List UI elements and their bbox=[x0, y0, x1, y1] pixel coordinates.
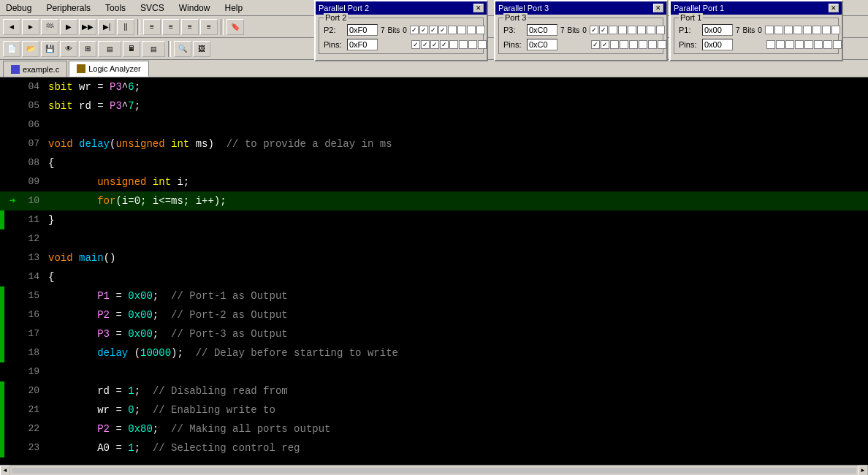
pp1-cb-4[interactable] bbox=[793, 26, 802, 34]
pp2-pins-cb-1[interactable] bbox=[468, 40, 477, 49]
menu-peripherals[interactable]: Peripherals bbox=[43, 1, 94, 15]
tb-align3-btn[interactable]: ≡ bbox=[181, 19, 199, 35]
pp2-cb-1[interactable] bbox=[467, 26, 476, 34]
tb-flag-btn[interactable]: 🏁 bbox=[41, 19, 58, 35]
pp1-pins-cb-4[interactable] bbox=[795, 40, 804, 49]
pp1-pins-input[interactable] bbox=[702, 39, 733, 50]
tb2-open-btn[interactable]: 📂 bbox=[22, 41, 39, 57]
pp1-pins-cb-6[interactable] bbox=[776, 40, 785, 49]
pp3-pins-cb-7[interactable] bbox=[591, 40, 600, 49]
pp3-cb-1[interactable] bbox=[647, 26, 655, 34]
pp1-cb-5[interactable] bbox=[784, 26, 793, 34]
pp1-group: Port 1 P1: 7 Bits 0 bbox=[674, 18, 839, 54]
pp2-pins-cb-4[interactable] bbox=[440, 40, 449, 49]
tb2-grid-btn[interactable]: ⊞ bbox=[79, 41, 96, 57]
pp3-pins-cb-1[interactable] bbox=[648, 40, 657, 49]
pp1-pins-cb-5[interactable] bbox=[785, 40, 794, 49]
menu-svcs[interactable]: SVCS bbox=[137, 1, 167, 15]
pp2-cb-6[interactable] bbox=[419, 26, 428, 34]
pp2-pins-cb-5[interactable] bbox=[430, 40, 439, 49]
menu-tools[interactable]: Tools bbox=[102, 1, 129, 15]
pp3-pins-cb-3[interactable] bbox=[629, 40, 638, 49]
tab-logic-analyzer-icon bbox=[77, 64, 85, 73]
tb-fwd-btn[interactable]: ► bbox=[22, 19, 39, 35]
code-line-10: ➜ 10 for(i=0; i<=ms; i++); bbox=[0, 191, 868, 210]
menu-help[interactable]: Help bbox=[221, 1, 245, 15]
pp3-port-input[interactable] bbox=[527, 24, 557, 36]
pp2-pins-cb-2[interactable] bbox=[459, 40, 468, 49]
pp2-cb-3[interactable] bbox=[448, 26, 457, 34]
tb2-calc-btn[interactable]: 🖩 bbox=[123, 41, 140, 57]
pp1-port-input[interactable] bbox=[702, 24, 733, 36]
tb-run2-btn[interactable]: ▶▶ bbox=[79, 19, 96, 35]
pp3-pins-cb-4[interactable] bbox=[620, 40, 628, 49]
pp3-cb-0[interactable] bbox=[656, 26, 665, 34]
tb2-wide2-btn[interactable]: ▤ bbox=[142, 41, 165, 57]
tb2-save-btn[interactable]: 💾 bbox=[41, 41, 58, 57]
pp2-pins-cb-6[interactable] bbox=[421, 40, 430, 49]
menu-debug[interactable]: Debug bbox=[3, 1, 34, 15]
pp3-cb-5[interactable] bbox=[609, 26, 617, 34]
scroll-right-btn[interactable]: ► bbox=[858, 466, 868, 476]
pp2-cb-0[interactable] bbox=[476, 26, 485, 34]
pp1-pins-cb-7[interactable] bbox=[766, 40, 775, 49]
pp2-pins-cb-3[interactable] bbox=[449, 40, 458, 49]
pp3-pins-cb-5[interactable] bbox=[610, 40, 619, 49]
pp1-cb-1[interactable] bbox=[822, 26, 831, 34]
pp3-cb-2[interactable] bbox=[637, 26, 646, 34]
pp3-pins-input[interactable] bbox=[527, 39, 557, 50]
pp3-pins-cb-0[interactable] bbox=[658, 40, 666, 49]
linenum-17: 17 bbox=[19, 324, 45, 343]
pp2-pins-cb-0[interactable] bbox=[478, 40, 487, 49]
pp3-cb-3[interactable] bbox=[628, 26, 636, 34]
linenum-22: 22 bbox=[19, 419, 45, 438]
code-line-08: 08 { bbox=[0, 153, 868, 172]
pp3-pins-cb-2[interactable] bbox=[639, 40, 647, 49]
tb-run4-btn[interactable]: || bbox=[117, 19, 134, 35]
tb-bookmark-btn[interactable]: 🔖 bbox=[226, 19, 244, 35]
pp1-cb-0[interactable] bbox=[831, 26, 840, 34]
pp2-pins-cb-7[interactable] bbox=[411, 40, 420, 49]
pp1-close-btn[interactable]: ✕ bbox=[829, 4, 839, 12]
tb-align4-btn[interactable]: ≡ bbox=[200, 19, 218, 35]
menu-window[interactable]: Window bbox=[176, 1, 213, 15]
tab-logic-analyzer[interactable]: Logic Analyzer bbox=[69, 61, 149, 77]
pp2-pins-input[interactable] bbox=[347, 39, 378, 50]
pp2-port-input[interactable] bbox=[347, 24, 378, 36]
pp1-pins-cb-1[interactable] bbox=[823, 40, 832, 49]
pp1-cb-3[interactable] bbox=[803, 26, 812, 34]
pp3-port-label: P3: bbox=[503, 26, 524, 34]
pp2-cb-5[interactable] bbox=[429, 26, 438, 34]
tb2-wide-btn[interactable]: ▤ bbox=[98, 41, 121, 57]
pp1-pins-cb-0[interactable] bbox=[833, 40, 842, 49]
scroll-left-btn[interactable]: ◄ bbox=[0, 466, 10, 476]
pp3-cb-4[interactable] bbox=[618, 26, 627, 34]
pp2-cb-7[interactable] bbox=[410, 26, 419, 34]
tb-run3-btn[interactable]: ▶| bbox=[98, 19, 115, 35]
pp1-cb-7[interactable] bbox=[765, 26, 774, 34]
tb2-new-btn[interactable]: 📄 bbox=[3, 41, 20, 57]
pp1-pins-cb-2[interactable] bbox=[814, 40, 823, 49]
tb-run1-btn[interactable]: ▶ bbox=[60, 19, 77, 35]
tb2-zoom-btn[interactable]: 🔍 bbox=[174, 41, 191, 57]
pp2-cb-4[interactable] bbox=[438, 26, 447, 34]
pp3-cb-6[interactable] bbox=[599, 26, 608, 34]
pp2-content: Port 2 P2: 7 Bits 0 bbox=[316, 15, 487, 60]
pp1-pins-cb-3[interactable] bbox=[804, 40, 813, 49]
pp2-cb-2[interactable] bbox=[457, 26, 466, 34]
tb2-img-btn[interactable]: 🖼 bbox=[193, 41, 210, 57]
scroll-track[interactable] bbox=[12, 468, 856, 474]
pp3-cb-7[interactable] bbox=[590, 26, 598, 34]
pp1-cb-6[interactable] bbox=[774, 26, 783, 34]
pp1-cb-2[interactable] bbox=[812, 26, 821, 34]
pp3-pins-cb-6[interactable] bbox=[601, 40, 609, 49]
pp2-close-btn[interactable]: ✕ bbox=[473, 4, 484, 12]
pp3-pins-row: Pins: bbox=[503, 39, 658, 50]
tb-align1-btn[interactable]: ≡ bbox=[143, 19, 161, 35]
pp3-close-btn[interactable]: ✕ bbox=[653, 4, 663, 12]
tab-example-c[interactable]: example.c bbox=[3, 61, 67, 77]
tb-back-btn[interactable]: ◄ bbox=[3, 19, 20, 35]
tb2-view-btn[interactable]: 👁 bbox=[60, 41, 77, 57]
tb-align2-btn[interactable]: ≡ bbox=[162, 19, 180, 35]
codeline-11-text: } bbox=[45, 210, 54, 229]
